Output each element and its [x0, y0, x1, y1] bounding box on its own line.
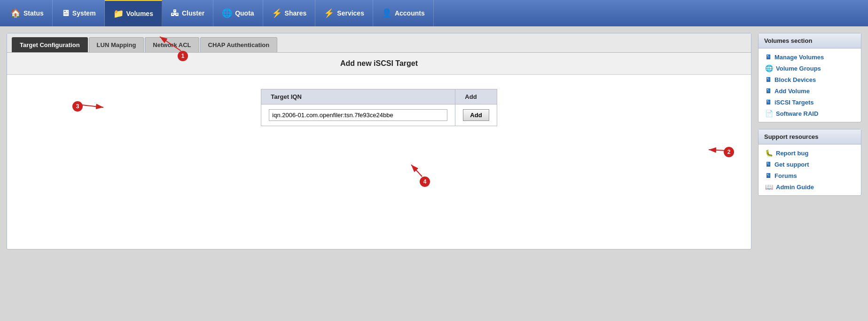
nav-volumes-label: Volumes [126, 10, 153, 17]
accounts-icon: 👤 [382, 8, 392, 18]
nav-volumes[interactable]: 📁 Volumes [105, 0, 162, 26]
add-target-button[interactable]: Add [463, 109, 489, 121]
target-iqn-input[interactable] [269, 109, 447, 121]
tab-target-configuration[interactable]: Target Configuration [12, 37, 88, 52]
nav-cluster-label: Cluster [182, 9, 204, 17]
tab-chap-authentication[interactable]: CHAP Authentication [200, 37, 278, 52]
nav-status[interactable]: 🏠 Status [2, 0, 53, 26]
sidebar-volume-groups[interactable]: 🌐 Volume Groups [763, 64, 856, 73]
volumes-icon: 📁 [113, 8, 124, 19]
content-area: Target Configuration LUN Mapping Network… [7, 33, 751, 249]
target-iqn-header: Target IQN [261, 89, 455, 104]
nav-quota[interactable]: 🌐 Quota [213, 0, 263, 26]
tabs-bar: Target Configuration LUN Mapping Network… [7, 33, 751, 53]
support-section-title: Support resources [759, 129, 861, 144]
sidebar-report-bug[interactable]: 🐛 Report bug [763, 148, 856, 158]
top-navigation: 🏠 Status 🖥 System 📁 Volumes 🖧 Cluster 🌐 … [0, 0, 868, 26]
services-icon: ⚡ [324, 8, 334, 18]
volumes-section-title: Volumes section [759, 33, 861, 48]
nav-status-label: Status [23, 9, 44, 17]
iscsi-form-table: Target IQN Add [261, 89, 497, 126]
manage-volumes-icon: 🖥 [765, 53, 772, 61]
cluster-icon: 🖧 [171, 8, 179, 18]
quota-icon: 🌐 [222, 8, 232, 18]
form-area: Target IQN Add [7, 75, 751, 140]
forums-icon: 🖥 [765, 172, 772, 179]
get-support-icon: 🖥 [765, 160, 772, 168]
volumes-links: 🖥 Manage Volumes 🌐 Volume Groups 🖥 Block… [759, 48, 861, 122]
nav-shares-label: Shares [285, 9, 307, 17]
nav-quota-label: Quota [235, 9, 254, 17]
nav-services-label: Services [337, 9, 364, 17]
nav-accounts-label: Accounts [395, 9, 425, 17]
iscsi-targets-icon: 🖥 [765, 98, 772, 106]
nav-cluster[interactable]: 🖧 Cluster [162, 0, 213, 26]
sidebar-admin-guide[interactable]: 📖 Admin Guide [763, 182, 856, 192]
admin-guide-icon: 📖 [765, 183, 773, 191]
target-iqn-cell [261, 104, 455, 126]
sidebar-add-volume[interactable]: 🖥 Add Volume [763, 86, 856, 96]
sidebar-iscsi-targets[interactable]: 🖥 iSCSI Targets [763, 97, 856, 107]
section-title: Add new iSCSI Target [7, 53, 751, 75]
volumes-section: Volumes section 🖥 Manage Volumes 🌐 Volum… [758, 33, 861, 122]
add-col-header: Add [455, 89, 497, 104]
add-btn-cell: Add [455, 104, 497, 126]
sidebar-get-support[interactable]: 🖥 Get support [763, 160, 856, 169]
nav-system-label: System [72, 9, 96, 17]
nav-accounts[interactable]: 👤 Accounts [373, 0, 434, 26]
support-links: 🐛 Report bug 🖥 Get support 🖥 Forums 📖 Ad… [759, 144, 861, 195]
nav-system[interactable]: 🖥 System [53, 0, 105, 26]
shares-icon: ⚡ [272, 8, 282, 18]
block-devices-icon: 🖥 [765, 76, 772, 83]
main-layout: Target Configuration LUN Mapping Network… [0, 26, 868, 256]
status-icon: 🏠 [10, 8, 21, 18]
add-volume-icon: 🖥 [765, 87, 772, 95]
report-bug-icon: 🐛 [765, 149, 773, 157]
software-raid-icon: 📄 [765, 110, 773, 117]
form-row: Add [261, 104, 497, 126]
sidebar: Volumes section 🖥 Manage Volumes 🌐 Volum… [758, 33, 861, 202]
volume-groups-icon: 🌐 [765, 64, 773, 72]
sidebar-block-devices[interactable]: 🖥 Block Devices [763, 75, 856, 84]
sidebar-manage-volumes[interactable]: 🖥 Manage Volumes [763, 52, 856, 62]
sidebar-forums[interactable]: 🖥 Forums [763, 171, 856, 180]
system-icon: 🖥 [61, 8, 70, 18]
tab-network-acl[interactable]: Network ACL [145, 37, 199, 52]
nav-services[interactable]: ⚡ Services [315, 0, 373, 26]
nav-shares[interactable]: ⚡ Shares [263, 0, 316, 26]
tab-lun-mapping[interactable]: LUN Mapping [89, 37, 144, 52]
sidebar-software-raid[interactable]: 📄 Software RAID [763, 109, 856, 118]
support-section: Support resources 🐛 Report bug 🖥 Get sup… [758, 129, 861, 196]
